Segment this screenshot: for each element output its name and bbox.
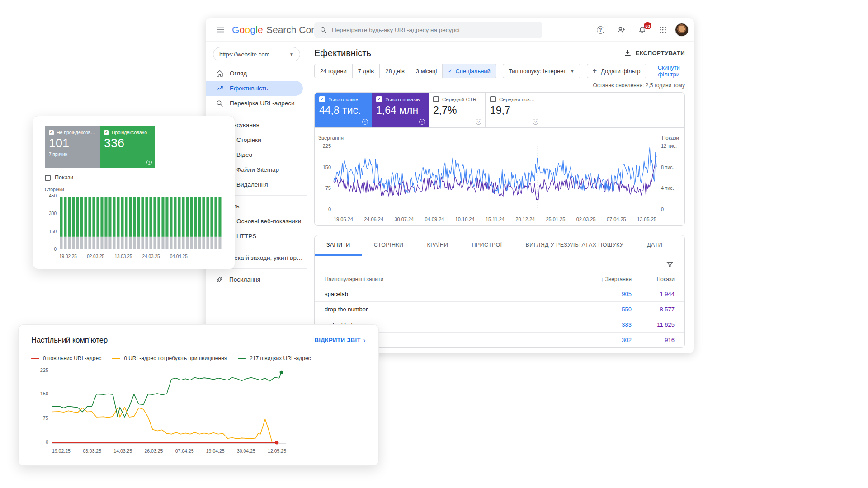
performance-chart: Звертання Покази 225 150 75 0 12 тис. 8 … [317,134,682,225]
chip-subtext: 7 причин [49,152,96,157]
tab-countries[interactable]: КРАЇНИ [415,235,460,256]
help-icon[interactable]: ? [146,160,152,165]
checkbox-checked[interactable]: ✓ [49,130,54,135]
indexing-chips: ✓Не проіндексова... 101 7 причин ✓Проінд… [45,126,223,168]
chip-value: 336 [104,136,151,150]
google-logo-word: Google [232,24,263,35]
metric-label: Усього кліків [328,97,358,102]
performance-icon [216,84,224,93]
open-report-link[interactable]: ВІДКРИТИ ЗВІТ › [315,336,366,344]
check-icon: ✓ [448,69,452,74]
table-row[interactable]: spacelab 905 1 944 [315,286,684,301]
filter-7d[interactable]: 7 днів [352,64,380,78]
y-tick: 0 [31,439,48,445]
column-impressions[interactable]: Покази [632,276,675,282]
y-tick: 75 [31,415,48,421]
url-inspect-searchbar[interactable] [314,22,542,38]
help-icon[interactable]: ? [533,119,538,125]
legend-swatch [31,358,39,359]
filter-custom[interactable]: ✓Спеціальний [442,64,496,78]
legend-label: 0 повільних URL-адрес [43,355,101,361]
search-console-window: Google Search Console ? 63 [206,18,694,353]
property-url: https://website.com [219,51,269,58]
checkbox-checked[interactable]: ✓ [376,96,382,102]
metric-total-clicks[interactable]: ✓Усього кліків 44,8 тис. ? [315,93,372,127]
filter-3m[interactable]: 3 місяці [410,64,443,78]
property-selector[interactable]: https://website.com ▼ [213,47,300,61]
add-filter-label: Додати фільтр [601,68,640,75]
clicks-impressions-lines [334,146,656,209]
impressions-checkbox[interactable]: Покази [45,174,223,181]
metric-indexed[interactable]: ✓Проіндексовано 336 ? [100,126,155,168]
sidebar-item-url-inspection[interactable]: Перевірка URL-адреси [206,96,303,111]
legend-item-fast: 217 швидких URL-адрес [238,355,311,361]
tab-pages[interactable]: СТОРІНКИ [362,235,415,256]
metric-not-indexed[interactable]: ✓Не проіндексова... 101 7 причин [45,126,100,168]
checkbox-unchecked[interactable] [490,96,496,102]
help-icon[interactable]: ? [476,119,481,125]
legend: 0 повільних URL-адрес 0 URL-адрес потреб… [31,355,366,361]
help-button[interactable]: ? [592,21,609,38]
query-cell: spacelab [325,291,580,297]
sidebar-item-label: Перевірка URL-адреси [230,100,295,107]
sidebar-item-overview[interactable]: Огляд [206,66,303,81]
help-icon[interactable]: ? [419,119,425,125]
search-input[interactable] [332,27,537,33]
clicks-cell: 302 [580,337,632,343]
sidebar-item-label: Видалення [236,181,268,188]
tab-dates[interactable]: ДАТИ [635,235,674,256]
cwv-lines [52,370,286,443]
metric-avg-ctr[interactable]: Середній CTR 2,7% ? [429,93,486,127]
sidebar-item-label: Сторінки [236,136,261,143]
reset-filters-link[interactable]: Скинути фільтри [653,64,685,78]
menu-button[interactable] [212,21,229,38]
tab-devices[interactable]: ПРИСТРОЇ [460,235,514,256]
sidebar-item-label: Огляд [230,70,247,77]
notifications-button[interactable]: 63 [633,21,651,38]
y-tick: 12 тис. [658,143,682,149]
sidebar-item-performance[interactable]: Ефективність [206,81,303,96]
add-user-button[interactable] [613,21,630,38]
search-type-dropdown[interactable]: Тип пошуку: Інтернет ▼ [503,64,580,78]
filter-24h[interactable]: 24 години [314,64,353,78]
add-filter-button[interactable]: + Додати фільтр [587,64,646,78]
y-tick: 8 тис. [658,164,682,170]
sidebar-item-links[interactable]: Посилання [206,272,303,287]
table-header: Найпопулярніші запити ↓Звертання Покази [315,272,684,286]
legend-swatch [238,358,246,359]
checkbox-unchecked[interactable] [433,96,439,102]
download-icon [624,49,632,57]
checkbox-checked[interactable]: ✓ [104,130,109,135]
column-clicks[interactable]: ↓Звертання [580,276,632,282]
checkbox-checked[interactable]: ✓ [319,96,325,102]
metric-label: Середня позиція [499,97,538,102]
table-row[interactable]: drop the number 550 8 577 [315,301,684,317]
page-title: Ефективність [314,48,371,58]
home-icon [216,70,224,78]
column-query[interactable]: Найпопулярніші запити [325,276,580,282]
legend-swatch [112,358,120,359]
magnifier-icon [216,99,224,108]
sidebar-item-label: HTTPS [236,233,256,239]
y-tick: 300 [45,211,57,216]
chip-value: 101 [49,136,96,150]
filter-funnel-icon[interactable] [666,261,674,268]
filter-28d[interactable]: 28 днів [379,64,410,78]
metric-avg-position[interactable]: Середня позиція 19,7 ? [486,93,542,127]
help-icon[interactable]: ? [362,119,368,125]
legend-label: 0 URL-адрес потребують пришвидшення [124,355,227,361]
plus-icon: + [593,67,597,75]
sidebar-item-label: Відео [236,151,252,158]
topbar-actions: ? 63 [592,18,689,42]
tab-search-appearance[interactable]: ВИГЛЯД У РЕЗУЛЬТАТАХ ПОШУКУ [514,235,636,256]
left-axis-label: Звертання [318,135,344,141]
apps-grid-button[interactable] [654,21,671,38]
chevron-down-icon: ▼ [289,52,294,57]
export-button[interactable]: ЕКСПОРТУВАТИ [624,49,685,57]
tab-queries[interactable]: ЗАПИТИ [315,235,362,256]
chevron-down-icon: ▼ [570,69,575,74]
divider [206,114,307,114]
avatar[interactable] [675,23,689,37]
metric-total-impressions[interactable]: ✓Усього показів 1,64 млн ? [372,93,429,127]
export-label: ЕКСПОРТУВАТИ [636,50,685,56]
